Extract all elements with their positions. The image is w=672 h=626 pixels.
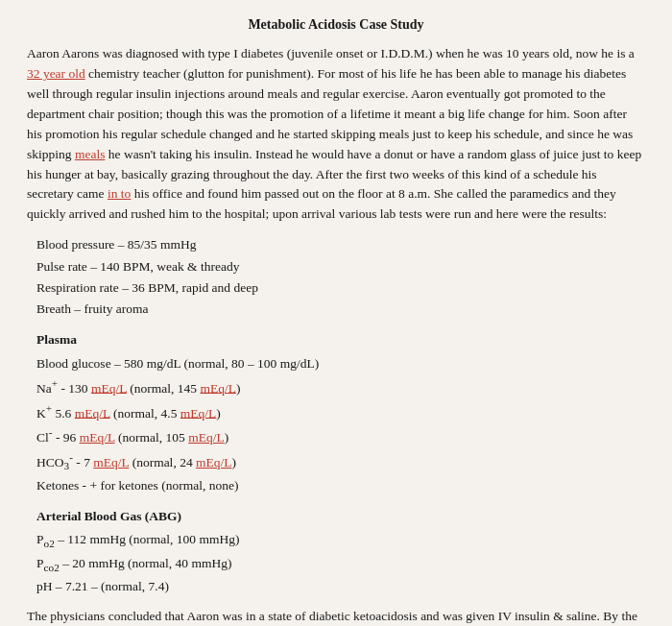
hco3-unit: mEq/L: [93, 455, 129, 470]
vitals-section: Blood pressure – 85/35 mmHg Pulse rate –…: [36, 234, 645, 320]
abg-ph: pH – 7.21 – (normal, 7.4): [36, 576, 645, 597]
k-unit-normal: mEq/L: [180, 405, 217, 420]
abg-pco2: Pco2 – 20 mmHg (normal, 40 mmHg): [36, 553, 645, 576]
page-title: Metabolic Acidosis Case Study: [27, 17, 645, 33]
age-underline: 32 year old: [27, 66, 85, 81]
cl-unit: mEq/L: [80, 430, 115, 445]
abg-po2: Po2 – 112 mmHg (normal, 100 mmHg): [36, 529, 645, 552]
page-container: Metabolic Acidosis Case Study Aaron Aaro…: [0, 0, 672, 626]
vital-respiration: Respiration rate – 36 BPM, rapid and dee…: [36, 277, 645, 299]
plasma-na: Na+ - 130 mEq/L (normal, 145 mEq/L): [36, 374, 645, 399]
na-unit-normal: mEq/L: [200, 380, 236, 395]
plasma-section: Plasma Blood glucose – 580 mg/dL (normal…: [36, 329, 645, 496]
k-unit: mEq/L: [75, 405, 110, 420]
plasma-k: K+ 5.6 mEq/L (normal, 4.5 mEq/L): [36, 399, 645, 424]
meals-underline: meals: [75, 147, 106, 161]
plasma-cl: Cl- - 96 mEq/L (normal, 105 mEq/L): [36, 423, 645, 448]
plasma-header: Plasma: [36, 329, 645, 350]
vital-breath: Breath – fruity aroma: [36, 299, 645, 320]
vital-pulse: Pulse rate – 140 BPM, weak & thready: [36, 256, 645, 277]
vital-bp: Blood pressure – 85/35 mmHg: [36, 234, 645, 255]
abg-header: Arterial Blood Gas (ABG): [36, 506, 645, 527]
in-to-underline: in to: [108, 186, 131, 201]
plasma-glucose: Blood glucose – 580 mg/dL (normal, 80 – …: [36, 353, 645, 374]
hco3-unit-normal: mEq/L: [196, 455, 232, 470]
conclusion-paragraph: The physicians concluded that Aaron was …: [27, 607, 645, 626]
na-unit: mEq/L: [91, 380, 127, 395]
intro-paragraph: Aaron Aarons was diagnosed with type I d…: [27, 44, 645, 225]
abg-section: Arterial Blood Gas (ABG) Po2 – 112 mmHg …: [36, 506, 645, 597]
plasma-ketones: Ketones - + for ketones (normal, none): [36, 475, 645, 496]
plasma-hco3: HCO3- - 7 mEq/L (normal, 24 mEq/L): [36, 448, 645, 475]
cl-unit-normal: mEq/L: [188, 430, 225, 445]
